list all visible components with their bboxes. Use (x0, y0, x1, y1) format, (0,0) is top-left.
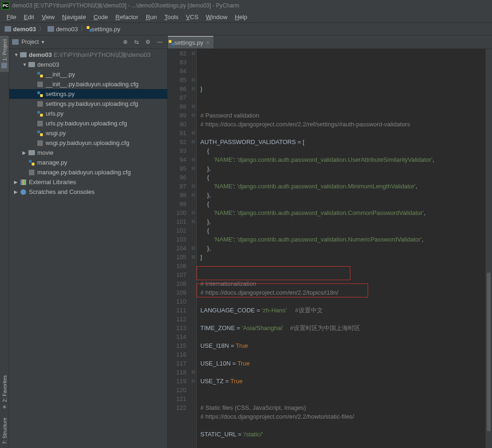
menu-bar: FileEditViewNavigateCodeRefactorRunTools… (0, 11, 492, 22)
folder-icon (48, 26, 54, 32)
left-tool-strip: 1: Project ★ 2: Favorites 7: Structure (0, 35, 9, 448)
tree-hint: E:\IT\PYthon\PYTHON试验\demo03 (54, 51, 150, 59)
star-icon: ★ (1, 404, 8, 410)
config-file-icon (37, 101, 43, 107)
python-file-icon (37, 111, 43, 117)
tree-row[interactable]: ▶Scratches and Consoles (9, 187, 167, 197)
tree-label: manage.py.baiduyun.uploading.cfg (37, 169, 131, 176)
tree-label: __init__.py.baiduyun.uploading.cfg (46, 81, 138, 88)
code-content[interactable]: }# Password validation# https://docs.dja… (197, 49, 485, 448)
config-file-icon (37, 121, 43, 126)
project-panel-header: Project ▾ ⊕ ⇆ ⚙ — (9, 35, 167, 49)
folder-icon (28, 150, 35, 155)
tree-label: urls.py.baiduyun.uploading.cfg (46, 120, 127, 127)
tree-row[interactable]: ▶movie (9, 148, 167, 158)
expand-arrow-icon[interactable]: ▶ (14, 189, 20, 194)
window-title: demo03 [E:\IT\PYthon\PYTHON试验\demo03] - … (12, 2, 239, 10)
tree-label: External Libraries (29, 179, 76, 186)
project-title[interactable]: Project (21, 39, 39, 45)
tree-row[interactable]: __init__.py.baiduyun.uploading.cfg (9, 79, 167, 89)
tree-row[interactable]: ▼demo03 (9, 60, 167, 69)
line-number-gutter: 8283848586878889909192939495969798991001… (168, 49, 190, 448)
editor-tab-bar: settings.py × (168, 35, 492, 49)
menu-item-view[interactable]: View (38, 13, 58, 21)
tree-label: settings.py (46, 90, 75, 97)
collapse-icon[interactable]: ⇆ (132, 39, 141, 45)
expand-arrow-icon[interactable]: ▼ (22, 62, 28, 67)
tree-row[interactable]: urls.py.baiduyun.uploading.cfg (9, 118, 167, 128)
close-icon[interactable]: × (206, 39, 210, 46)
folder-icon (5, 26, 11, 32)
code-editor[interactable]: 8283848586878889909192939495969798991001… (168, 49, 492, 448)
menu-item-vcs[interactable]: VCS (182, 13, 202, 21)
scratch-icon (20, 189, 26, 195)
config-file-icon (37, 140, 43, 146)
side-tab-project[interactable]: 1: Project (0, 35, 9, 72)
tree-label: settings.py.baiduyun.uploading.cfg (46, 100, 138, 107)
tree-label: Scratches and Consoles (29, 188, 95, 195)
tree-row[interactable]: wsgi.py (9, 128, 167, 138)
config-file-icon (37, 82, 43, 87)
menu-item-help[interactable]: Help (231, 13, 251, 21)
breadcrumb-file[interactable]: settings.py (88, 26, 122, 33)
folder-icon (2, 62, 7, 68)
folder-icon (28, 62, 35, 67)
tree-row[interactable]: urls.py (9, 109, 167, 118)
menu-item-code[interactable]: Code (90, 13, 112, 21)
menu-item-tools[interactable]: Tools (161, 13, 182, 21)
side-tab-favorites[interactable]: ★ 2: Favorites (0, 372, 9, 414)
tree-label: wsgi.py.baiduyun.uploading.cfg (46, 139, 130, 146)
breadcrumb-bar: demo03 〉 demo03 〉 settings.py (0, 22, 492, 35)
tree-label: demo03 (29, 51, 52, 58)
gear-icon[interactable]: ⚙ (144, 39, 152, 45)
expand-arrow-icon[interactable]: ▶ (14, 179, 20, 185)
tree-row[interactable]: __init__.py (9, 69, 167, 79)
editor-area: settings.py × 82838485868788899091929394… (168, 35, 492, 448)
pycharm-icon: PC (2, 2, 9, 9)
tree-label: urls.py (46, 110, 63, 117)
python-file-icon (37, 91, 43, 97)
target-icon[interactable]: ⊕ (121, 39, 130, 45)
tree-label: manage.py (37, 159, 67, 166)
side-tab-structure[interactable]: 7: Structure (0, 414, 9, 448)
expand-arrow-icon[interactable]: ▼ (14, 52, 20, 57)
menu-item-window[interactable]: Window (202, 13, 231, 21)
hide-icon[interactable]: — (155, 39, 164, 45)
project-tree[interactable]: ▼demo03 E:\IT\PYthon\PYTHON试验\demo03▼dem… (9, 49, 167, 448)
title-bar: PC demo03 [E:\IT\PYthon\PYTHON试验\demo03]… (0, 0, 492, 11)
menu-item-edit[interactable]: Edit (20, 13, 38, 21)
dropdown-icon[interactable]: ▾ (41, 39, 44, 45)
library-icon (20, 179, 26, 185)
editor-tab-settings[interactable]: settings.py × (168, 36, 213, 48)
folder-icon (12, 39, 19, 45)
tree-label: demo03 (37, 61, 59, 68)
tree-row[interactable]: manage.py (9, 158, 167, 167)
project-panel: Project ▾ ⊕ ⇆ ⚙ — ▼demo03 E:\IT\PYthon\P… (9, 35, 168, 448)
editor-scrollbar[interactable] (485, 49, 492, 448)
menu-item-file[interactable]: File (3, 13, 20, 21)
menu-item-navigate[interactable]: Navigate (58, 13, 89, 21)
python-file-icon (37, 131, 43, 136)
tree-row[interactable]: settings.py (9, 89, 167, 99)
tree-label: __init__.py (46, 71, 75, 78)
tree-row[interactable]: settings.py.baiduyun.uploading.cfg (9, 99, 167, 109)
tree-label: wsgi.py (46, 130, 66, 137)
tree-row[interactable]: ▼demo03 E:\IT\PYthon\PYTHON试验\demo03 (9, 50, 167, 60)
tree-row[interactable]: wsgi.py.baiduyun.uploading.cfg (9, 138, 167, 148)
chevron-right-icon: 〉 (81, 25, 87, 33)
python-file-icon (37, 72, 43, 77)
chevron-right-icon: 〉 (39, 25, 45, 33)
python-file-icon (29, 160, 34, 165)
breadcrumb-root[interactable]: demo03 (3, 26, 38, 33)
menu-item-run[interactable]: Run (142, 13, 161, 21)
scrollbar-thumb[interactable] (487, 273, 491, 431)
breadcrumb-folder[interactable]: demo03 (46, 26, 80, 33)
fold-gutter[interactable]: ⊟⊟⊟⊟⊟⊟⊟⊟⊟⊟⊟⊟⊟⊟⊟⊟⊟ (190, 49, 197, 448)
menu-item-refactor[interactable]: Refactor (112, 13, 142, 21)
tree-row[interactable]: manage.py.baiduyun.uploading.cfg (9, 167, 167, 177)
tree-row[interactable]: ▶External Libraries (9, 177, 167, 187)
folder-icon (20, 52, 27, 57)
tree-label: movie (37, 149, 54, 156)
expand-arrow-icon[interactable]: ▶ (22, 150, 28, 155)
config-file-icon (29, 170, 34, 175)
